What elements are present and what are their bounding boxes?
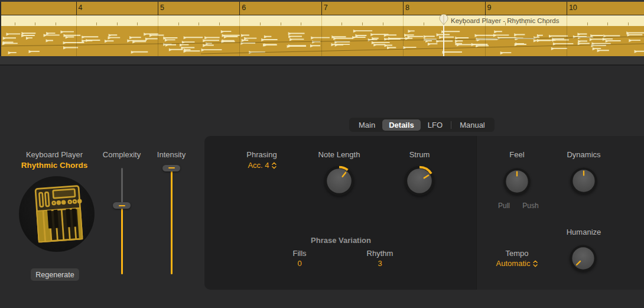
bar-line [485,26,486,56]
editor-tab-bar: Main Details LFO Manual [349,118,495,132]
intensity-label: Intensity [157,150,186,159]
player-style-label[interactable]: Rhythmic Chords [21,161,88,170]
bar-number: 6 [242,4,246,12]
note-length-knob[interactable] [322,164,356,198]
bar-line [158,26,158,56]
beat-tick [362,22,363,25]
beat-tick [199,22,199,25]
slider-track-upper [121,168,123,206]
beat-tick [628,22,629,25]
beat-tick [301,22,301,25]
tab-main[interactable]: Main [352,119,382,131]
midi-notes [0,26,644,56]
beat-tick [587,22,588,25]
bar-number: 8 [405,4,409,12]
bar-line [403,15,404,26]
bar-line [567,26,567,56]
fills-label: Fills [292,249,306,258]
note-length-label: Note Length [318,150,360,159]
feel-label: Feel [509,150,524,159]
details-panel-main [204,136,476,290]
slider-thumb-dash [119,205,125,207]
bar-line [239,2,240,15]
bar-line [76,2,77,15]
player-avatar [19,176,95,252]
playhead-balloon-icon[interactable] [439,14,448,25]
humanize-label: Humanize [567,228,601,236]
slider-track-fill [121,206,123,274]
bar-line [567,15,567,26]
slider-track-fill [171,168,173,274]
phrasing-stepper[interactable]: Acc. 4 [248,161,277,170]
beat-tick [35,22,35,25]
logic-session-player-window: { "accent": "#fdb41c", "timeline": { "ru… [0,0,644,308]
beat-tick [219,22,220,25]
rhythm-value[interactable]: 3 [378,259,382,268]
bar-line [239,26,240,56]
bar-ruler[interactable]: 45678910 [0,2,644,15]
bar-line [321,15,322,26]
beat-tick [178,22,179,25]
midi-region[interactable] [0,26,644,56]
bar-line [485,2,486,15]
beat-tick [96,22,97,25]
tempo-label: Tempo [505,249,528,258]
beat-tick [137,22,138,25]
bar-line [321,2,322,15]
keyboard-synth-icon [22,179,92,249]
tab-lfo[interactable]: LFO [421,119,449,131]
feel-min-label: Pull [498,202,510,210]
intensity-slider[interactable] [162,164,180,278]
chevron-up-down-icon [532,260,538,267]
bar-line [158,2,158,15]
tab-details[interactable]: Details [382,119,421,131]
bar-number: 10 [569,4,577,12]
beat-tick [260,22,261,25]
beat-tick [341,22,342,25]
beat-tick [424,22,424,25]
feel-knob[interactable] [502,166,532,197]
lane-left-edge [0,2,1,56]
regenerate-button[interactable]: Regenerate [31,268,79,281]
bar-line [567,2,567,15]
bar-line [76,26,77,56]
beat-tick [383,22,383,25]
complexity-label: Complexity [103,150,141,159]
bar-number: 7 [324,4,328,12]
complexity-slider-thumb[interactable] [113,202,131,209]
bar-line [321,26,322,56]
bar-line [239,15,240,26]
beat-tick [15,22,15,25]
bar-number: 9 [487,4,492,12]
dynamics-knob[interactable] [568,166,599,196]
rhythm-label: Rhythm [367,249,393,258]
bar-number: 5 [160,4,164,12]
strum-label: Strum [409,150,430,159]
intensity-slider-thumb[interactable] [162,165,180,171]
region-name-label: Keyboard Player - Rhythmic Chords [451,17,559,24]
feel-max-label: Push [522,202,538,210]
slider-thumb-dash [168,167,175,169]
phrasing-label: Phrasing [246,150,277,159]
beat-tick [607,22,608,25]
track-area-bottom-strip [0,56,644,66]
beat-tick [56,22,56,25]
dynamics-label: Dynamics [567,150,600,159]
bar-line [76,15,77,26]
tab-manual[interactable]: Manual [453,119,492,131]
humanize-knob[interactable] [568,243,599,274]
fills-value[interactable]: 0 [297,259,301,268]
tempo-stepper[interactable]: Automatic [496,259,538,268]
bar-line [158,15,158,26]
bar-number: 4 [79,4,83,12]
phrase-variation-title: Phrase Variation [311,236,371,245]
player-type-label: Keyboard Player [26,150,83,159]
beat-tick [281,22,281,25]
beat-tick [117,22,118,25]
complexity-slider[interactable] [113,164,131,278]
bar-line [403,26,404,56]
bar-line [403,2,404,15]
strum-knob[interactable] [402,164,437,198]
tab-divider [451,121,451,129]
chevron-up-down-icon [272,162,277,169]
